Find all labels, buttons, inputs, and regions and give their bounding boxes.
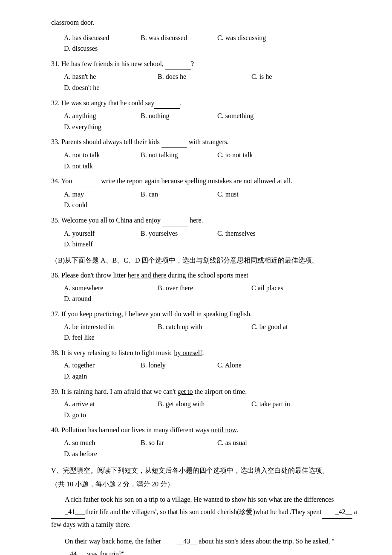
q33-option-c: C. to not talk — [217, 150, 285, 161]
q36-block: 36. Please don't throw litter here and t… — [51, 270, 358, 304]
q30-option-b: B. was discussed — [141, 32, 209, 43]
q30-options: A. has discussed B. was discussed C. was… — [64, 32, 358, 54]
q38-option-b: B. lonely — [141, 360, 209, 371]
q39-block: 39. It is raining hard. I am afraid that… — [51, 386, 358, 421]
q36-option-d: D. around — [64, 293, 149, 304]
q30-option-d: D. discusses — [64, 43, 132, 54]
q40-option-a: A. so much — [64, 437, 132, 448]
section-v-header: V、完型填空。阅读下列短文，从短文后各小题的四个选项中，选出填入空白处的最佳选项… — [51, 465, 358, 476]
q37-option-a: A. be interested in — [64, 321, 149, 332]
q31-text: 31. He has few friends in his new school… — [51, 58, 358, 70]
q31-option-c: C. is he — [251, 71, 337, 82]
q32-option-d: D. everything — [64, 121, 132, 133]
q39-option-a: A. arrive at — [64, 399, 149, 410]
q31-option-d: D. doesn't he — [64, 82, 149, 93]
q39-option-d: D. go to — [64, 410, 132, 421]
q37-option-d: D. feel like — [64, 332, 132, 343]
section-v-sub: （共 10 小题，每小题 2 分，满分 20 分） — [51, 479, 358, 490]
q36-option-c: C ail places — [251, 283, 337, 294]
q38-options: A. together B. lonely C. Alone D. again — [64, 360, 358, 382]
q34-block: 34. You write the report again because s… — [51, 176, 358, 211]
intro-line: classroom door. — [51, 17, 358, 28]
q32-option-a: A. anything — [64, 110, 132, 121]
q31-option-a: A. hasn't he — [64, 71, 149, 82]
q37-block: 37. If you keep practicing, I believe yo… — [51, 309, 358, 343]
q39-options: A. arrive at B. get along with C. take p… — [64, 399, 358, 420]
q34-option-a: A. may — [64, 189, 132, 200]
q33-option-a: A. not to talk — [64, 150, 132, 161]
q40-block: 40. Pollution has harmed our lives in ma… — [51, 425, 358, 459]
q39-option-b: B. get along with — [158, 399, 243, 410]
q32-option-b: B. nothing — [141, 110, 209, 121]
q33-text: 33. Parents should always tell their kid… — [51, 136, 358, 148]
q30-option-a: A. has discussed — [64, 32, 132, 43]
q35-options: A. yourself B. yourselves C. themselves … — [64, 228, 358, 250]
passage-paragraph-2: On their way back home, the father __43_… — [51, 535, 358, 555]
q33-option-b: B. not talking — [141, 150, 209, 161]
q40-options: A. so much B. so far C. as usual D. as b… — [64, 437, 358, 459]
q38-option-c: C. Alone — [217, 360, 285, 371]
q40-text: 40. Pollution has harmed our lives in ma… — [51, 425, 358, 436]
q33-options: A. not to talk B. not talking C. to not … — [64, 150, 358, 171]
q37-text: 37. If you keep practicing, I believe yo… — [51, 309, 358, 320]
q31-option-b: B. does he — [158, 71, 243, 82]
q31-block: 31. He has few friends in his new school… — [51, 58, 358, 93]
q37-options: A. be interested in B. catch up with C. … — [64, 321, 358, 343]
q39-option-c: C. take part in — [251, 399, 337, 410]
q32-option-c: C. something — [217, 110, 285, 121]
q38-option-a: A. together — [64, 360, 132, 371]
q40-option-c: C. as usual — [217, 437, 285, 448]
q33-option-d: D. not talk — [64, 161, 132, 172]
q31-options: A. hasn't he B. does he C. is he D. does… — [64, 71, 358, 93]
q34-option-b: B. can — [141, 189, 209, 200]
q30-option-c: C. was discussing — [217, 32, 285, 43]
q36-options: A. somewhere B. over there C ail places … — [64, 283, 358, 304]
q36-option-b: B. over there — [158, 283, 243, 294]
q35-text: 35. Welcome you all to China and enjoy h… — [51, 215, 358, 226]
q32-block: 32. He was so angry that he could say . … — [51, 98, 358, 133]
q36-option-a: A. somewhere — [64, 283, 149, 294]
q36-text: 36. Please don't throw litter here and t… — [51, 270, 358, 281]
q40-option-b: B. so far — [141, 437, 209, 448]
q38-block: 38. It is very relaxing to listen to lig… — [51, 347, 358, 382]
q33-block: 33. Parents should always tell their kid… — [51, 136, 358, 171]
q37-option-b: B. catch up with — [158, 321, 243, 332]
q35-option-b: B. yourselves — [141, 228, 209, 239]
q34-option-d: D. could — [64, 199, 132, 211]
q37-option-c: C. be good at — [251, 321, 320, 332]
q35-option-c: C. themselves — [217, 228, 285, 239]
q40-option-d: D. as before — [64, 448, 132, 460]
q38-text: 38. It is very relaxing to listen to lig… — [51, 347, 358, 358]
q38-option-d: D. again — [64, 371, 132, 382]
passage-paragraph-1: A rich father took his son on a trip to … — [51, 494, 358, 531]
q39-text: 39. It is raining hard. I am afraid that… — [51, 386, 358, 397]
q34-option-c: C. must — [217, 189, 285, 200]
q32-options: A. anything B. nothing C. something D. e… — [64, 110, 358, 132]
q35-option-d: D. himself — [64, 239, 132, 250]
q34-options: A. may B. can C. must D. could — [64, 189, 358, 211]
q35-block: 35. Welcome you all to China and enjoy h… — [51, 215, 358, 250]
section-b-header: （B)从下面各题 A、B、C、D 四个选项中，选出与划线部分意思相同或相近的最佳… — [51, 255, 358, 266]
q32-text: 32. He was so angry that he could say . — [51, 98, 358, 109]
q34-text: 34. You write the report again because s… — [51, 176, 358, 187]
q35-option-a: A. yourself — [64, 228, 132, 239]
